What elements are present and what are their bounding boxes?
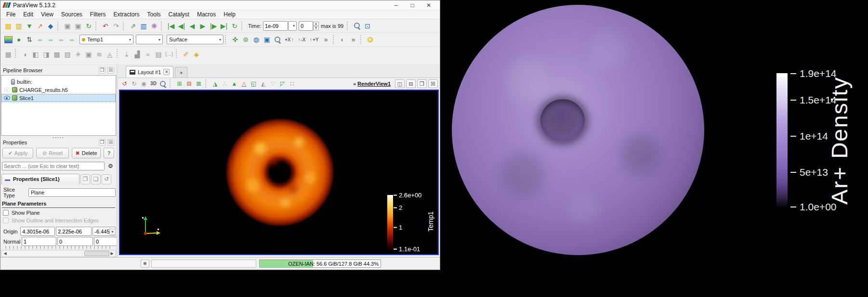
capture-screenshot-icon[interactable]: ◉ [139,79,148,89]
hover-cells-icon[interactable]: ◸ [278,79,287,89]
threshold-icon[interactable]: ▩ [52,49,62,60]
copy-properties-icon[interactable]: ❐ [80,174,90,184]
origin-y-field[interactable] [56,227,92,236]
show-plane-checkbox[interactable] [3,210,9,216]
toggle-3d-button[interactable]: 3D [149,79,158,89]
delete-button[interactable]: ✖ Delete [72,148,101,158]
undo-icon[interactable]: ↶ [100,21,111,31]
pipeline-item-builtin[interactable]: builtin: [1,77,116,86]
open-file-icon[interactable]: ▤ [3,21,13,31]
save-data-icon[interactable]: ▼ [24,21,35,31]
toolbar-overflow-chevron[interactable]: » [348,34,359,45]
server-icon[interactable]: ▥ [138,21,149,31]
view-minus-x-button[interactable]: ↑-X [296,35,308,44]
select-block-icon[interactable]: ◱ [249,79,258,89]
remove-points-icon[interactable]: ⊟ [184,79,194,89]
redo-icon[interactable]: ↷ [111,21,121,31]
scroll-left-icon[interactable]: ◀ [1,250,9,257]
connect-icon[interactable]: ↗ [35,21,45,31]
camera-redo-icon[interactable]: ↻ [130,79,139,89]
view-redo-icon[interactable]: ▣ [73,21,83,31]
undock-panel-icon[interactable]: ❐ [99,67,105,74]
edit-colormap-icon[interactable] [3,34,13,45]
reset-button[interactable]: ⊘ Reset [36,148,69,158]
previous-frame-icon[interactable]: ◀| [176,21,187,31]
time-dropdown[interactable]: ▾ [288,21,297,31]
hover-points-icon[interactable]: ∷ [288,79,297,89]
zoom-to-data-icon[interactable]: ⊚ [240,34,251,45]
loop-icon[interactable]: ↻ [229,21,240,31]
apply-button[interactable]: ✔ Apply [2,148,33,158]
search-icon[interactable] [352,21,362,31]
minimize-button[interactable]: – [388,0,404,10]
split-horizontal-button[interactable]: ◫ [395,79,405,88]
normal-x-field[interactable] [22,237,56,246]
normal-y-field[interactable] [57,237,93,246]
toolbar-overflow-chevron[interactable]: » [321,34,331,45]
add-points-icon[interactable]: ⊞ [175,79,184,89]
visibility-eye-icon[interactable] [4,96,10,100]
light-kit-icon[interactable] [365,34,376,45]
scrollbar-thumb[interactable] [84,251,109,256]
show-outline-checkbox[interactable] [3,218,9,223]
rescale-custom-icon[interactable]: ⇅ [24,34,35,45]
status-options-button[interactable]: ✱ [141,259,149,268]
interactive-cells-icon[interactable]: ◭ [259,79,268,89]
menu-catalyst[interactable]: Catalyst [165,11,193,18]
save-file-icon[interactable]: ▥ [13,21,24,31]
menu-help[interactable]: Help [220,11,239,18]
extract-subset-icon[interactable]: ▧ [62,49,73,60]
paste-properties-icon[interactable]: ❏ [91,174,101,184]
properties-section-button[interactable]: ▬ Properties (Slice1) [1,174,79,185]
origin-x-field[interactable] [20,227,55,236]
properties-h-scrollbar[interactable]: ◀ ▶ [1,250,116,257]
menu-file[interactable]: File [2,11,19,18]
slice-icon[interactable]: ◨ [41,49,52,60]
close-button[interactable]: ✕ [421,0,437,10]
ruler-icon[interactable]: ✐ [181,49,191,60]
menu-filters[interactable]: Filters [86,11,110,18]
frame-input[interactable] [299,21,313,31]
close-view-button[interactable]: ☒ [428,79,438,88]
frame-stepper[interactable]: ▲▼ [313,22,319,30]
scroll-right-icon[interactable]: ▶ [108,250,116,257]
histogram-icon[interactable]: ▟ [132,49,143,60]
color-palette-icon[interactable]: ❋ [149,21,159,31]
select-polygon-cells-icon[interactable]: ▲ [230,79,239,89]
rescale-data-icon[interactable]: ⇔ [35,34,45,45]
visibility-eye-icon[interactable] [4,88,10,92]
split-vertical-button[interactable]: ⊟ [406,79,416,88]
select-points-icon[interactable]: ∴ [220,79,229,89]
first-frame-icon[interactable]: |◀ [166,21,176,31]
catalyst-icon[interactable]: ◆ [45,21,56,31]
group-datasets-icon[interactable]: ▣ [83,49,94,60]
pipeline-item-slice1[interactable]: Slice1 [1,94,116,102]
menu-macros[interactable]: Macros [193,11,220,18]
capture-view-icon[interactable]: ▣ [262,34,272,45]
view-overflow-chevron[interactable]: » [353,81,356,87]
glyph-icon[interactable]: ✳ [73,49,83,60]
menu-edit[interactable]: Edit [19,11,37,18]
tab-close-icon[interactable]: ✕ [163,69,170,75]
zoom-select-icon[interactable] [158,79,168,89]
calculator-icon[interactable]: ▦ [3,49,13,60]
search-options-gear-icon[interactable]: ⚙ [106,161,115,170]
view-plus-y-button[interactable]: ↑+Y [308,35,321,44]
tag-icon[interactable]: ◈ [191,49,202,60]
normal-z-field[interactable] [94,237,117,246]
play-icon[interactable]: ▶ [197,21,208,31]
spreadsheet-icon[interactable]: ▤ [153,49,164,60]
last-frame-icon[interactable]: ▶| [219,21,229,31]
help-button[interactable]: ? [104,148,114,158]
probe-location-icon[interactable]: ⇣ [121,49,132,60]
next-frame-icon[interactable]: |▶ [208,21,219,31]
rescale-range-icon[interactable]: ⇔ [45,34,56,45]
close-panel-icon[interactable]: ☒ [107,139,114,146]
camera-adjust-icon[interactable]: ◐ [338,34,348,45]
zoom-to-box-icon[interactable]: ◍ [251,34,262,45]
menu-view[interactable]: View [37,11,57,18]
representation-combo[interactable]: Surface ▾ [167,35,224,44]
component-combo[interactable]: ▾ [136,35,163,44]
menu-tools[interactable]: Tools [144,11,165,18]
play-backward-icon[interactable]: ◀ [187,21,197,31]
